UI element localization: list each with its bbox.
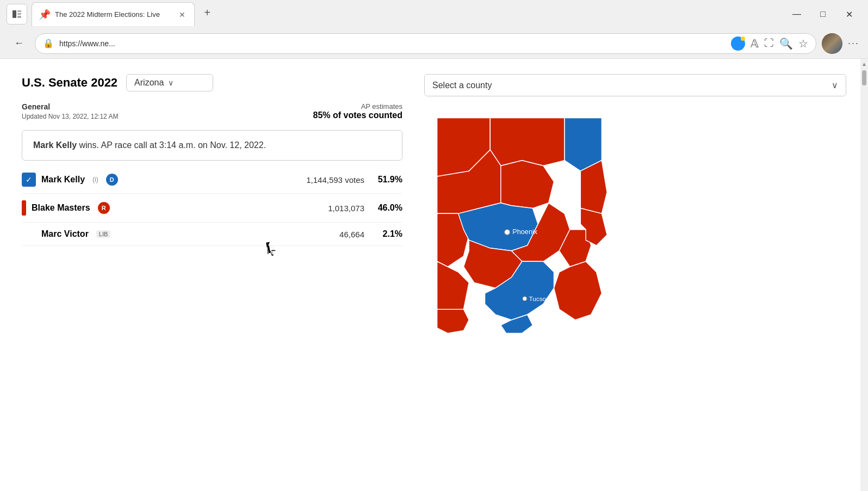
map-svg: Phoenix Tucson — [424, 107, 615, 336]
tag-icon — [731, 36, 745, 51]
back-button[interactable]: ← — [9, 33, 29, 54]
general-label: General — [22, 102, 118, 111]
county-dropdown[interactable]: Select a county ∨ — [424, 74, 846, 96]
lock-icon: 🔒 — [43, 38, 54, 48]
ap-estimates: AP estimates 85% of votes counted — [313, 102, 402, 120]
county-dropdown-arrow: ∨ — [832, 80, 838, 90]
page-content: U.S. Senate 2022 Arizona ∨ General Updat… — [0, 59, 868, 491]
svg-marker-17 — [554, 261, 602, 320]
title-bar: 📌 The 2022 Midterm Elections: Live ✕ + —… — [0, 0, 868, 28]
scroll-thumb[interactable] — [862, 70, 866, 85]
immersive-reader-icon[interactable]: ⛶ — [764, 38, 774, 49]
party-badge-lib: LIB — [96, 230, 111, 238]
address-bar-icons: 𝔸 ⛶ 🔍 ☆ — [751, 37, 808, 50]
candidate-name-masters: Blake Masters — [32, 203, 90, 213]
browser-frame: 📌 The 2022 Midterm Elections: Live ✕ + —… — [0, 0, 868, 491]
svg-rect-1 — [17, 10, 21, 12]
left-panel: U.S. Senate 2022 Arizona ∨ General Updat… — [22, 74, 402, 336]
read-aloud-icon[interactable]: 𝔸 — [751, 37, 759, 50]
race-call-text: Mark Kelly wins. AP race call at 3:14 a.… — [33, 140, 266, 150]
candidates-section: ✓ Mark Kelly (i) D 1,144,593 votes 51.9%… — [22, 173, 402, 246]
candidate-row-masters: Blake Masters R 1,013,073 46.0% — [22, 194, 402, 223]
maximize-button[interactable]: □ — [810, 4, 835, 24]
county-dropdown-label: Select a county — [432, 81, 827, 90]
winner-name-bold: Mark Kelly — [33, 140, 77, 150]
pct-kelly: 51.9% — [370, 175, 402, 185]
general-info-left: General Updated Nov 13, 2022, 12:12 AM — [22, 102, 118, 120]
ap-estimates-label: AP estimates — [313, 102, 402, 111]
election-header: U.S. Senate 2022 Arizona ∨ — [22, 74, 402, 91]
svg-marker-9 — [501, 161, 554, 208]
right-panel: Select a county ∨ — [424, 74, 846, 336]
scrollbar[interactable]: ▲ — [860, 59, 868, 491]
pct-victor: 2.1% — [370, 229, 402, 239]
race-call-rest: wins. AP race call at 3:14 a.m. on Nov. … — [77, 140, 266, 150]
svg-point-22 — [523, 297, 527, 301]
race-call-banner: Mark Kelly wins. AP race call at 3:14 a.… — [22, 130, 402, 161]
svg-marker-20 — [437, 309, 469, 333]
incumbent-badge-kelly: (i) — [92, 176, 98, 183]
tab-bar: 📌 The 2022 Midterm Elections: Live ✕ + — [32, 2, 784, 26]
pin-icon: 📌 — [39, 9, 51, 21]
candidate-name-victor: Marc Victor — [41, 229, 89, 239]
active-tab[interactable]: 📌 The 2022 Midterm Elections: Live ✕ — [32, 2, 195, 26]
votes-kelly: 1,144,593 votes — [277, 175, 364, 185]
winner-check-icon: ✓ — [22, 173, 36, 187]
main-layout: U.S. Senate 2022 Arizona ∨ General Updat… — [22, 74, 846, 336]
svg-rect-0 — [13, 10, 16, 18]
profile-avatar[interactable] — [822, 33, 842, 54]
add-favorite-icon[interactable]: ☆ — [798, 37, 808, 50]
party-badge-d: D — [106, 174, 118, 186]
close-button[interactable]: ✕ — [836, 4, 861, 24]
votes-counted: 85% of votes counted — [313, 111, 402, 120]
zoom-out-icon[interactable]: 🔍 — [779, 37, 793, 50]
navigation-bar: ← 🔒 https://www.ne... 𝔸 ⛶ 🔍 ☆ ··· — [0, 28, 868, 59]
more-options-button[interactable]: ··· — [848, 38, 859, 49]
svg-marker-5 — [490, 118, 565, 166]
party-indicator-r — [22, 200, 26, 216]
votes-victor: 46,664 — [277, 230, 364, 239]
address-bar[interactable]: 🔒 https://www.ne... 𝔸 ⛶ 🔍 ☆ — [35, 33, 816, 54]
tab-close-button[interactable]: ✕ — [177, 9, 188, 20]
tab-title: The 2022 Midterm Elections: Live — [55, 10, 172, 19]
state-dropdown[interactable]: Arizona ∨ — [126, 74, 213, 91]
party-badge-r: R — [98, 202, 110, 214]
url-text: https://www.ne... — [59, 39, 726, 48]
svg-rect-3 — [17, 16, 21, 18]
sidebar-button[interactable] — [7, 4, 27, 24]
window-controls: — □ ✕ — [784, 4, 861, 24]
tucson-label: Tucson — [529, 295, 550, 302]
votes-masters: 1,013,073 — [277, 204, 364, 213]
candidate-row-kelly: ✓ Mark Kelly (i) D 1,144,593 votes 51.9% — [22, 173, 402, 194]
svg-point-21 — [505, 230, 510, 235]
state-name: Arizona — [134, 78, 164, 88]
state-dropdown-arrow: ∨ — [168, 78, 173, 87]
pct-masters: 46.0% — [370, 203, 402, 213]
phoenix-label: Phoenix — [512, 228, 538, 236]
election-title: U.S. Senate 2022 — [22, 76, 117, 90]
candidate-row-victor: Marc Victor LIB 46,664 2.1% — [22, 223, 402, 246]
minimize-button[interactable]: — — [784, 4, 809, 24]
svg-rect-2 — [17, 13, 21, 15]
svg-marker-13 — [437, 261, 469, 315]
new-tab-button[interactable]: + — [197, 2, 218, 23]
scroll-up-button[interactable]: ▲ — [861, 61, 867, 67]
updated-text: Updated Nov 13, 2022, 12:12 AM — [22, 113, 118, 120]
general-info: General Updated Nov 13, 2022, 12:12 AM A… — [22, 102, 402, 120]
candidate-name-kelly: Mark Kelly — [41, 175, 85, 185]
arizona-map: Phoenix Tucson — [424, 107, 615, 336]
